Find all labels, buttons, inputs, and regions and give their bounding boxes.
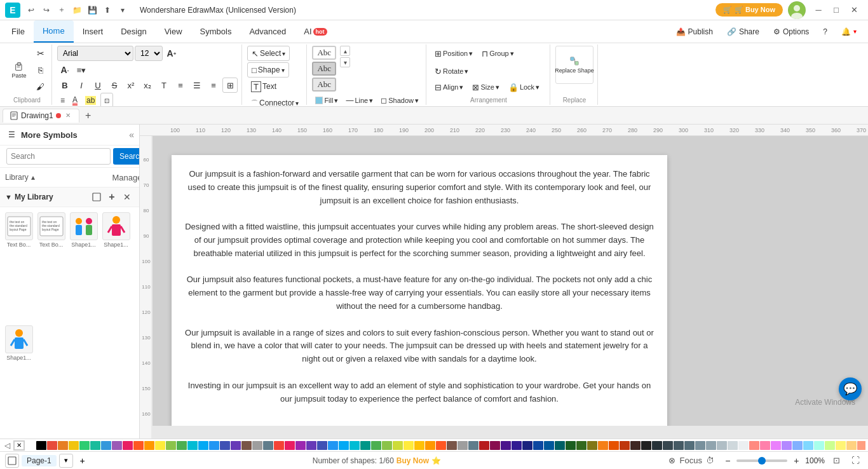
color-swatch[interactable] xyxy=(447,441,457,450)
menu-view[interactable]: View xyxy=(156,20,191,43)
minimize-button[interactable]: ─ xyxy=(810,3,827,18)
text-t-button[interactable]: T xyxy=(156,78,172,93)
color-swatch[interactable] xyxy=(79,441,90,450)
color-swatch[interactable] xyxy=(598,441,608,450)
color-swatch[interactable] xyxy=(328,441,338,450)
color-swatch[interactable] xyxy=(479,441,489,450)
color-swatch[interactable] xyxy=(144,441,154,450)
color-swatch[interactable] xyxy=(69,441,79,450)
list-item[interactable]: Shape1... xyxy=(101,211,131,322)
line-button[interactable]: — Line▾ xyxy=(342,93,376,107)
color-swatch[interactable] xyxy=(403,441,414,450)
qa-redo[interactable]: ↪ xyxy=(39,3,53,17)
underline-button[interactable]: U xyxy=(90,78,105,93)
size-button[interactable]: ⊠ Size▾ xyxy=(469,79,502,95)
no-fill-swatch[interactable]: ✕ xyxy=(13,440,25,451)
color-swatch[interactable] xyxy=(555,441,565,450)
group-button[interactable]: ⊓ Group▾ xyxy=(478,46,517,61)
color-swatch[interactable] xyxy=(652,441,662,450)
tab-close-button[interactable]: ✕ xyxy=(64,111,72,120)
my-library-expand[interactable]: ▼ xyxy=(5,193,12,201)
color-swatch[interactable] xyxy=(533,441,543,450)
replace-shape-button[interactable]: Replace Shape xyxy=(555,46,593,84)
shape-button[interactable]: □ Shape ▾ xyxy=(247,62,289,78)
superscript-button[interactable]: x² xyxy=(123,78,139,93)
strikethrough-button[interactable]: S xyxy=(107,78,122,93)
color-swatch[interactable] xyxy=(187,441,198,450)
qa-new[interactable]: ＋ xyxy=(55,3,69,17)
position-button[interactable]: ⊞ Position▾ xyxy=(431,46,476,61)
select-button[interactable]: ↖ Select ▾ xyxy=(247,46,290,61)
color-swatch[interactable] xyxy=(36,441,46,450)
zoom-in-button[interactable]: + xyxy=(790,454,803,467)
font-color-button[interactable]: A xyxy=(69,93,81,107)
color-swatch[interactable] xyxy=(490,441,500,450)
color-swatch[interactable] xyxy=(544,441,554,450)
paragraph-spacing-button[interactable]: ≡ xyxy=(57,93,68,107)
color-swatch[interactable] xyxy=(252,441,262,450)
style-abc-3[interactable]: Abc xyxy=(312,78,336,92)
color-swatch[interactable] xyxy=(112,441,122,450)
list-item[interactable]: the text on the standard layout Page Tex… xyxy=(4,211,34,322)
connector-button[interactable]: ⌒ Connector ▾ xyxy=(247,95,302,107)
color-swatch[interactable] xyxy=(166,441,176,450)
color-swatch[interactable] xyxy=(231,441,241,450)
menu-ai[interactable]: AI hot xyxy=(295,20,336,43)
font-shrink-button[interactable]: A- xyxy=(57,62,72,78)
color-swatch[interactable] xyxy=(501,441,511,450)
qa-more[interactable]: ▾ xyxy=(116,3,130,17)
manage-button[interactable]: Manage xyxy=(120,170,134,184)
text-button[interactable]: T Text xyxy=(247,79,280,94)
line-spacing-button[interactable]: ≡ xyxy=(173,78,188,93)
color-swatch[interactable] xyxy=(198,441,208,450)
drawing-canvas[interactable]: Our jumpsuit is a fashion-forward and ve… xyxy=(172,155,667,426)
color-swatch[interactable] xyxy=(566,441,576,450)
menu-design[interactable]: Design xyxy=(112,20,155,43)
my-library-add-button[interactable]: + xyxy=(105,190,119,204)
bold-button[interactable]: B xyxy=(57,78,72,93)
color-swatch[interactable] xyxy=(717,441,727,450)
color-swatch[interactable] xyxy=(522,441,532,450)
list-item[interactable]: Shape1... xyxy=(4,324,34,435)
color-swatch[interactable] xyxy=(58,441,68,450)
color-swatch[interactable] xyxy=(620,441,630,450)
color-swatch[interactable] xyxy=(155,441,165,450)
font-family-select[interactable]: ArialTimes New Roman xyxy=(57,46,133,61)
color-swatch[interactable] xyxy=(101,441,111,450)
color-swatch[interactable] xyxy=(792,441,803,450)
color-swatch[interactable] xyxy=(425,441,435,450)
color-swatch[interactable] xyxy=(306,441,316,450)
color-swatch[interactable] xyxy=(360,441,370,450)
color-swatch[interactable] xyxy=(512,441,522,450)
fit-page-button[interactable]: ⊡ xyxy=(829,453,844,468)
color-swatch[interactable] xyxy=(738,441,749,450)
color-swatch[interactable] xyxy=(90,441,100,450)
buy-now-link[interactable]: Buy Now xyxy=(397,456,429,465)
chat-bot-button[interactable]: 💬 xyxy=(839,377,862,400)
color-swatch[interactable] xyxy=(371,441,381,450)
color-swatch[interactable] xyxy=(317,441,327,450)
fill-button[interactable]: Fill▾ xyxy=(312,93,341,107)
paste-button[interactable]: Paste xyxy=(6,59,32,81)
publish-button[interactable]: 📤 Publish xyxy=(670,25,719,39)
color-swatch[interactable] xyxy=(209,441,219,450)
color-swatch[interactable] xyxy=(749,441,759,450)
search-button[interactable]: Search xyxy=(113,148,140,165)
font-size-select[interactable]: 121416 xyxy=(135,46,163,61)
fullscreen-button[interactable]: ⛶ xyxy=(848,453,863,468)
color-swatch[interactable] xyxy=(274,441,284,450)
styles-scroll-up[interactable]: ▴ xyxy=(340,46,350,56)
color-swatch[interactable] xyxy=(576,441,587,450)
shadow-button[interactable]: ◻ Shadow▾ xyxy=(377,93,422,107)
color-swatch[interactable] xyxy=(436,441,446,450)
buy-now-button[interactable]: 🛒 🛒 Buy Now xyxy=(715,3,783,17)
style-abc-1[interactable]: Abc xyxy=(312,46,336,60)
qa-open[interactable]: 📁 xyxy=(70,3,84,17)
color-swatch[interactable] xyxy=(641,441,651,450)
my-library-edit-button[interactable] xyxy=(90,190,104,204)
color-swatch[interactable] xyxy=(706,441,716,450)
color-swatch[interactable] xyxy=(760,441,770,450)
current-page-tab[interactable]: Page-1 xyxy=(22,455,57,466)
color-swatch[interactable] xyxy=(587,441,597,450)
qa-undo[interactable]: ↩ xyxy=(24,3,38,17)
